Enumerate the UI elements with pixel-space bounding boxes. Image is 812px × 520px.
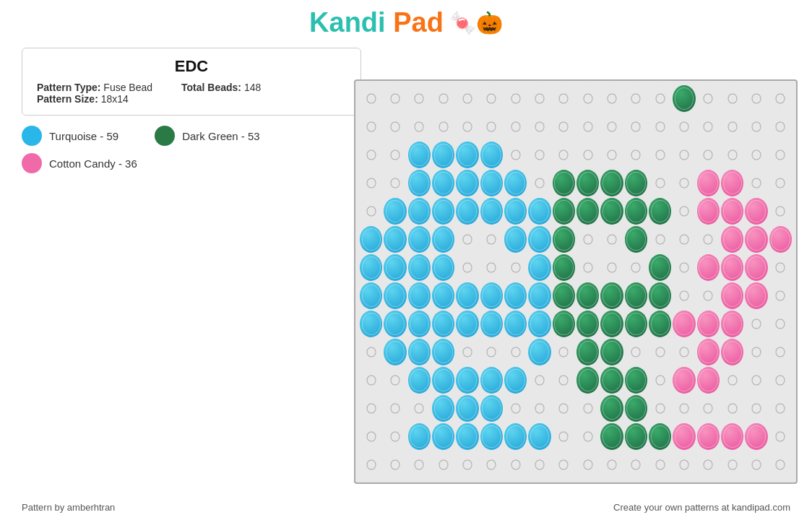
bead-7-1	[384, 282, 406, 309]
info-row-1: Pattern Type: Fuse Bead Total Beads: 148	[37, 82, 346, 93]
bead-8-2	[408, 311, 431, 337]
bead-7-16	[745, 282, 767, 309]
bead-10-0	[360, 367, 382, 394]
bead-6-8	[553, 254, 575, 281]
bead-7-6	[504, 282, 527, 309]
bead-12-13	[673, 423, 695, 450]
bead-5-8	[553, 226, 575, 253]
bead-5-12	[649, 226, 671, 253]
bead-7-10	[600, 282, 623, 309]
bead-7-13	[673, 282, 695, 309]
bead-11-8	[553, 395, 575, 422]
bead-4-11	[625, 198, 647, 225]
bead-8-11	[625, 311, 647, 337]
bead-3-9	[576, 170, 599, 196]
bead-12-4	[456, 423, 478, 450]
bead-0-7	[528, 85, 550, 112]
bead-7-5	[480, 282, 503, 309]
bead-4-17	[769, 198, 792, 225]
bead-8-13	[673, 311, 695, 337]
legend-item-turquoise: Turquoise - 59	[22, 126, 118, 146]
bead-0-4	[456, 85, 478, 112]
bead-11-4	[456, 395, 478, 422]
bead-1-17	[769, 113, 792, 140]
logo-pad: Pad	[393, 7, 444, 38]
bead-8-0	[360, 311, 382, 337]
bead-1-0	[360, 113, 382, 140]
bead-2-11	[625, 142, 647, 168]
pattern-type-label: Pattern Type:	[37, 82, 100, 93]
bead-10-5	[480, 367, 503, 394]
bead-10-17	[769, 367, 792, 394]
bead-0-8	[553, 85, 575, 112]
bead-5-10	[600, 226, 623, 253]
bead-5-1	[384, 226, 406, 253]
bead-12-3	[432, 423, 454, 450]
bead-11-9	[576, 395, 599, 422]
bead-5-14	[697, 226, 720, 253]
bead-6-12	[649, 254, 671, 281]
bead-5-3	[432, 226, 454, 253]
bead-5-6	[504, 226, 527, 253]
bead-11-16	[745, 395, 767, 422]
bead-12-6	[504, 423, 527, 450]
bead-7-2	[408, 282, 431, 309]
bead-4-5	[480, 198, 503, 225]
bead-9-15	[721, 339, 743, 365]
bead-2-6	[504, 142, 527, 168]
bead-2-2	[408, 142, 431, 168]
bead-grid	[360, 85, 792, 478]
bead-10-16	[745, 367, 767, 394]
bead-11-3	[432, 395, 454, 422]
bead-0-10	[600, 85, 623, 112]
bead-1-14	[697, 113, 720, 140]
bead-2-5	[480, 142, 503, 168]
bead-12-16	[745, 423, 767, 450]
bead-11-2	[408, 395, 431, 422]
bead-9-11	[625, 339, 647, 365]
bead-8-10	[600, 311, 623, 337]
bead-8-5	[480, 311, 503, 337]
bead-2-4	[456, 142, 478, 168]
bead-1-1	[384, 113, 406, 140]
bead-1-15	[721, 113, 743, 140]
bead-5-2	[408, 226, 431, 253]
bead-2-10	[600, 142, 623, 168]
bead-4-10	[600, 198, 623, 225]
bead-7-8	[553, 282, 575, 309]
bead-9-1	[384, 339, 406, 365]
darkgreen-label: Dark Green - 53	[182, 130, 260, 142]
bead-7-9	[576, 282, 599, 309]
bead-9-12	[649, 339, 671, 365]
bead-6-5	[480, 254, 503, 281]
bead-13-4	[456, 451, 478, 478]
bead-11-7	[528, 395, 550, 422]
bead-9-6	[504, 339, 527, 365]
turquoise-dot	[22, 126, 42, 146]
bead-11-13	[673, 395, 695, 422]
bead-9-5	[480, 339, 503, 365]
bead-13-14	[697, 451, 720, 478]
bead-3-10	[600, 170, 623, 196]
bead-3-11	[625, 170, 647, 196]
footer-left: Pattern by amberhtran	[22, 502, 115, 513]
pattern-type: Pattern Type: Fuse Bead	[37, 82, 152, 93]
bead-13-1	[384, 451, 406, 478]
info-row-2: Pattern Size: 18x14	[37, 93, 346, 105]
bead-7-11	[625, 282, 647, 309]
bead-8-12	[649, 311, 671, 337]
bead-8-8	[553, 311, 575, 337]
bead-12-12	[649, 423, 671, 450]
bead-4-9	[576, 198, 599, 225]
bead-10-2	[408, 367, 431, 394]
bead-3-8	[553, 170, 575, 196]
bead-10-15	[721, 367, 743, 394]
bead-7-3	[432, 282, 454, 309]
bead-6-14	[697, 254, 720, 281]
bead-5-9	[576, 226, 599, 253]
bead-4-3	[432, 198, 454, 225]
bead-0-13	[673, 85, 695, 112]
bead-9-4	[456, 339, 478, 365]
info-card: EDC Pattern Type: Fuse Bead Total Beads:…	[22, 48, 361, 116]
bead-8-1	[384, 311, 406, 337]
